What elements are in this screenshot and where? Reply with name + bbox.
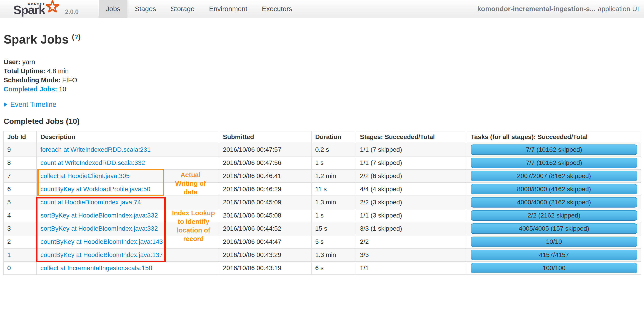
job-description-link[interactable]: collect at IncrementalIngestor.scala:158 xyxy=(40,265,152,272)
stages-cell: 2/2 (6 skipped) xyxy=(356,169,467,183)
table-row: 2 countByKey at HoodieBloomIndex.java:14… xyxy=(4,235,641,248)
job-description-link[interactable]: countByKey at HoodieBloomIndex.java:137 xyxy=(40,251,163,258)
info-completed-jobs: Completed Jobs: 10 xyxy=(4,85,641,94)
job-id-cell: 3 xyxy=(4,222,36,235)
description-cell: sortByKey at HoodieBloomIndex.java:332 xyxy=(36,222,219,235)
description-cell: countByKey at HoodieBloomIndex.java:143 xyxy=(36,235,219,248)
job-id-cell: 9 xyxy=(4,143,36,156)
duration-cell: 11 s xyxy=(311,183,356,196)
spark-logo[interactable]: APACHE Spark xyxy=(13,2,60,16)
submitted-cell: 2016/10/06 00:45:08 xyxy=(219,209,311,222)
tasks-cell: 2007/2007 (8162 skipped) xyxy=(467,169,641,183)
col-duration[interactable]: Duration xyxy=(311,131,356,143)
duration-cell: 1 s xyxy=(311,209,356,222)
duration-cell: 1.2 min xyxy=(311,169,356,183)
tab-jobs[interactable]: Jobs xyxy=(98,0,128,18)
description-cell: collect at IncrementalIngestor.scala:158 xyxy=(36,262,219,275)
duration-cell: 6 s xyxy=(311,262,356,275)
application-name: komondor-incremental-ingestion-s... appl… xyxy=(477,0,644,18)
col-job-id[interactable]: Job Id xyxy=(4,131,36,143)
tasks-cell: 8000/8000 (4162 skipped) xyxy=(467,183,641,196)
application-name-text: komondor-incremental-ingestion-s... xyxy=(477,5,595,13)
completed-jobs-table: Job Id Description Submitted Duration St… xyxy=(3,131,641,275)
info-uptime-label: Total Uptime: xyxy=(4,67,45,75)
summary-info-list: User: yarn Total Uptime: 4.8 min Schedul… xyxy=(4,57,641,94)
table-row: 5 count at HoodieBloomIndex.java:74 2016… xyxy=(4,196,641,209)
completed-jobs-heading: Completed Jobs (10) xyxy=(4,117,641,126)
event-timeline-toggle[interactable]: Event Timeline xyxy=(4,101,641,109)
tab-executors[interactable]: Executors xyxy=(254,0,299,18)
tasks-cell: 7/7 (10162 skipped) xyxy=(467,156,641,169)
job-id-cell: 8 xyxy=(4,156,36,169)
description-cell: count at WriteIndexedRDD.scala:332 xyxy=(36,156,219,169)
stages-cell: 2/2 (3 skipped) xyxy=(356,196,467,209)
submitted-cell: 2016/10/06 00:46:29 xyxy=(219,183,311,196)
description-cell: count at HoodieBloomIndex.java:74 xyxy=(36,196,219,209)
submitted-cell: 2016/10/06 00:43:29 xyxy=(219,248,311,262)
task-progress-bar: 4157/4157 xyxy=(471,250,637,260)
duration-cell: 1 s xyxy=(311,156,356,169)
help-link[interactable]: (?) xyxy=(72,33,80,41)
table-row: 6 countByKey at WorkloadProfile.java:50 … xyxy=(4,183,641,196)
spark-version: 2.0.0 xyxy=(65,8,79,15)
job-description-link[interactable]: sortByKey at HoodieBloomIndex.java:332 xyxy=(40,212,158,219)
info-scheduling-label: Scheduling Mode: xyxy=(4,76,60,84)
application-ui-suffix: application UI xyxy=(598,5,639,13)
stages-cell: 1/1 (7 skipped) xyxy=(356,143,467,156)
completed-jobs-link[interactable]: Completed Jobs: xyxy=(4,86,57,93)
duration-cell: 1.3 min xyxy=(311,248,356,262)
submitted-cell: 2016/10/06 00:47:56 xyxy=(219,156,311,169)
tab-environment[interactable]: Environment xyxy=(202,0,254,18)
job-description-link[interactable]: sortByKey at HoodieBloomIndex.java:332 xyxy=(40,225,158,232)
duration-cell: 15 s xyxy=(311,222,356,235)
col-description[interactable]: Description xyxy=(36,131,219,143)
description-cell: foreach at WriteIndexedRDD.scala:231 xyxy=(36,143,219,156)
nav-tabs: Jobs Stages Storage Environment Executor… xyxy=(98,0,300,18)
info-scheduling-value: FIFO xyxy=(62,76,77,84)
job-id-cell: 6 xyxy=(4,183,36,196)
job-description-link[interactable]: count at HoodieBloomIndex.java:74 xyxy=(40,199,141,206)
job-description-link[interactable]: collect at HoodieClient.java:305 xyxy=(40,172,130,179)
task-progress-bar: 100/100 xyxy=(471,263,637,273)
tab-stages[interactable]: Stages xyxy=(128,0,163,18)
task-progress-bar: 2007/2007 (8162 skipped) xyxy=(471,171,637,181)
col-tasks[interactable]: Tasks (for all stages): Succeeded/Total xyxy=(467,131,641,143)
submitted-cell: 2016/10/06 00:47:57 xyxy=(219,143,311,156)
table-row: 0 collect at IncrementalIngestor.scala:1… xyxy=(4,262,641,275)
info-scheduling-mode: Scheduling Mode: FIFO xyxy=(4,76,641,85)
spark-wordmark: Spark xyxy=(13,3,45,17)
stages-cell: 1/1 xyxy=(356,262,467,275)
job-id-cell: 7 xyxy=(4,169,36,183)
tasks-cell: 4005/4005 (157 skipped) xyxy=(467,222,641,235)
col-stages[interactable]: Stages: Succeeded/Total xyxy=(356,131,467,143)
submitted-cell: 2016/10/06 00:44:52 xyxy=(219,222,311,235)
description-cell: sortByKey at HoodieBloomIndex.java:332 xyxy=(36,209,219,222)
duration-cell: 0.2 s xyxy=(311,143,356,156)
info-user: User: yarn xyxy=(4,57,641,66)
job-id-cell: 1 xyxy=(4,248,36,262)
stages-cell: 1/1 (7 skipped) xyxy=(356,156,467,169)
info-uptime: Total Uptime: 4.8 min xyxy=(4,66,641,76)
table-row: 7 collect at HoodieClient.java:305 2016/… xyxy=(4,169,641,183)
job-id-cell: 5 xyxy=(4,196,36,209)
task-progress-bar: 4005/4005 (157 skipped) xyxy=(471,223,637,234)
tab-storage[interactable]: Storage xyxy=(164,0,202,18)
job-description-link[interactable]: count at WriteIndexedRDD.scala:332 xyxy=(40,159,145,166)
stages-cell: 1/1 (3 skipped) xyxy=(356,209,467,222)
submitted-cell: 2016/10/06 00:45:09 xyxy=(219,196,311,209)
help-question-icon[interactable]: ? xyxy=(74,33,78,41)
col-submitted[interactable]: Submitted xyxy=(219,131,311,143)
job-description-link[interactable]: countByKey at HoodieBloomIndex.java:143 xyxy=(40,238,163,245)
job-description-link[interactable]: countByKey at WorkloadProfile.java:50 xyxy=(40,185,150,192)
help-paren-close: ) xyxy=(78,33,81,41)
stages-cell: 4/4 (4 skipped) xyxy=(356,183,467,196)
job-id-cell: 0 xyxy=(4,262,36,275)
duration-cell: 5 s xyxy=(311,235,356,248)
tasks-cell: 4000/4000 (2162 skipped) xyxy=(467,196,641,209)
job-description-link[interactable]: foreach at WriteIndexedRDD.scala:231 xyxy=(40,146,151,153)
tasks-cell: 100/100 xyxy=(467,262,641,275)
submitted-cell: 2016/10/06 00:43:19 xyxy=(219,262,311,275)
table-row: 3 sortByKey at HoodieBloomIndex.java:332… xyxy=(4,222,641,235)
info-user-value: yarn xyxy=(22,58,35,66)
job-id-cell: 4 xyxy=(4,209,36,222)
